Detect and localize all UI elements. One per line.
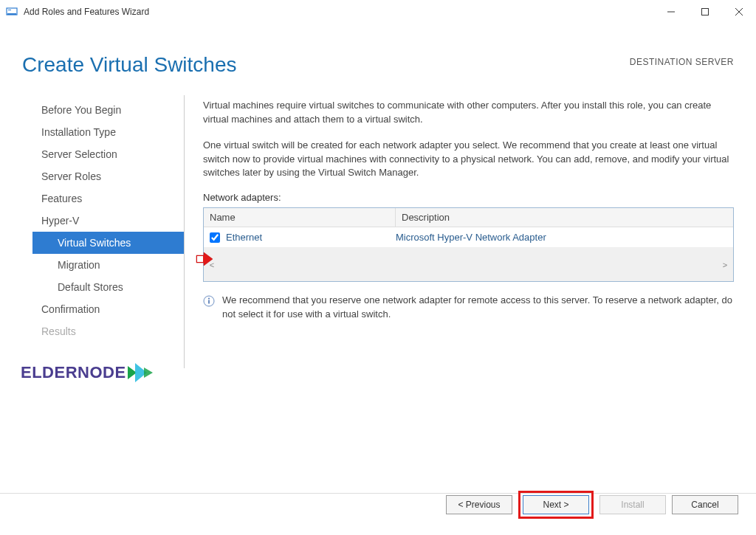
sidebar-results: Results [35,320,184,342]
server-manager-icon [6,6,18,18]
svg-point-8 [208,298,210,300]
sidebar-confirmation[interactable]: Confirmation [35,298,184,320]
next-button-highlight: Next > [518,491,594,519]
svg-rect-10 [197,256,203,262]
wizard-sidebar: Before You Begin Installation Type Serve… [0,95,185,368]
destination-server-label: DESTINATION SERVER [630,57,734,67]
svg-rect-4 [702,8,709,15]
column-header-name[interactable]: Name [204,208,396,227]
horizontal-scrollbar[interactable]: < > [204,247,733,281]
close-button[interactable] [722,0,756,24]
sidebar-hyper-v[interactable]: Hyper-V [35,210,184,232]
intro-paragraph-1: Virtual machines require virtual switche… [203,99,734,127]
annotation-arrow-icon [195,252,214,268]
minimize-button[interactable] [654,0,688,24]
svg-rect-2 [8,10,11,10]
logo-triangles-icon [128,363,156,382]
window-title: Add Roles and Features Wizard [24,7,654,17]
info-text: We recommend that you reserve one networ… [222,294,734,322]
next-button[interactable]: Next > [523,495,589,514]
previous-button[interactable]: < Previous [446,495,512,514]
maximize-button[interactable] [688,0,722,24]
info-icon [203,295,215,307]
grid-header: Name Description [204,208,733,227]
cancel-button[interactable]: Cancel [672,495,738,514]
page-title: Create Virtual Switches [22,53,237,77]
adapter-checkbox-ethernet[interactable] [210,232,220,243]
install-button: Install [599,495,666,514]
watermark-logo: ELDERNODE [21,363,156,382]
sidebar-features[interactable]: Features [35,187,184,210]
sidebar-installation-type[interactable]: Installation Type [35,121,184,143]
adapter-description: Microsoft Hyper-V Network Adapter [396,230,733,244]
column-header-description[interactable]: Description [396,208,733,227]
header-row: Create Virtual Switches DESTINATION SERV… [0,24,756,95]
adapter-row[interactable]: Ethernet Microsoft Hyper-V Network Adapt… [204,227,733,247]
sidebar-migration[interactable]: Migration [35,254,184,276]
content-main: Virtual machines require virtual switche… [185,95,756,368]
adapter-name: Ethernet [226,230,396,244]
scroll-right-icon[interactable]: > [719,259,731,271]
svg-rect-9 [208,300,210,304]
svg-rect-1 [7,13,16,15]
wizard-button-bar: < Previous Next > Install Cancel [446,491,738,519]
svg-marker-13 [144,367,153,378]
info-note: We recommend that you reserve one networ… [203,294,734,322]
network-adapters-label: Network adapters: [203,192,734,203]
window-controls [654,0,756,24]
intro-paragraph-2: One virtual switch will be created for e… [203,139,734,181]
sidebar-server-roles[interactable]: Server Roles [35,165,184,187]
sidebar-default-stores[interactable]: Default Stores [35,276,184,298]
titlebar: Add Roles and Features Wizard [0,0,756,24]
logo-text: ELDERNODE [21,363,156,382]
sidebar-before-you-begin[interactable]: Before You Begin [35,99,184,121]
sidebar-virtual-switches[interactable]: Virtual Switches [32,232,184,254]
network-adapters-grid: Name Description Ethernet Microsoft Hype… [203,207,734,282]
sidebar-server-selection[interactable]: Server Selection [35,143,184,165]
adapter-checkbox-cell [204,232,226,243]
